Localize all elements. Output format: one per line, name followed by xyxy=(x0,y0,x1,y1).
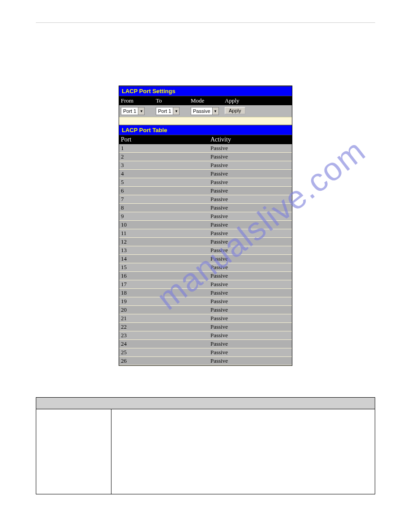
cell-port: 19 xyxy=(119,298,209,305)
cell-port: 26 xyxy=(119,357,209,365)
table-row: 26Passive xyxy=(119,357,292,365)
settings-controls-row: Port 1 ▼ Port 1 ▼ Passive ▼ Apply xyxy=(119,105,292,117)
cell-port: 23 xyxy=(119,332,209,339)
to-port-select[interactable]: Port 1 ▼ xyxy=(156,107,180,115)
description-cell-left xyxy=(36,409,111,494)
cell-port: 4 xyxy=(119,170,209,177)
cell-port: 10 xyxy=(119,221,209,228)
table-row: 17Passive xyxy=(119,280,292,289)
cell-port: 8 xyxy=(119,204,209,211)
table-row: 18Passive xyxy=(119,289,292,297)
description-cell-right xyxy=(111,409,375,494)
cell-activity: Passive xyxy=(209,289,292,296)
cell-activity: Passive xyxy=(209,238,292,245)
cell-activity: Passive xyxy=(209,204,292,211)
col-header-from: From xyxy=(119,96,154,105)
table-row: 19Passive xyxy=(119,297,292,306)
table-row: 16Passive xyxy=(119,272,292,280)
table-row: 10Passive xyxy=(119,221,292,229)
cell-port: 24 xyxy=(119,340,209,348)
table-row: 23Passive xyxy=(119,331,292,340)
from-port-select[interactable]: Port 1 ▼ xyxy=(121,107,145,115)
cell-activity: Passive xyxy=(209,179,292,186)
cell-port: 1 xyxy=(119,145,209,152)
mode-select[interactable]: Passive ▼ xyxy=(191,107,219,115)
cell-activity: Passive xyxy=(209,332,292,339)
cell-activity: Passive xyxy=(209,162,292,169)
col-header-apply: Apply xyxy=(223,96,292,105)
cell-port: 12 xyxy=(119,238,209,245)
description-table-header xyxy=(36,398,375,409)
table-row: 5Passive xyxy=(119,178,292,187)
mode-value: Passive xyxy=(191,108,212,114)
port-table-header: Port Activity xyxy=(119,135,292,144)
cell-activity: Passive xyxy=(209,187,292,194)
col-header-to: To xyxy=(154,96,189,105)
cell-activity: Passive xyxy=(209,323,292,330)
col-header-mode: Mode xyxy=(189,96,223,105)
cell-activity: Passive xyxy=(209,153,292,160)
table-row: 1Passive xyxy=(119,144,292,153)
table-row: 11Passive xyxy=(119,229,292,238)
cell-activity: Passive xyxy=(209,264,292,271)
cell-port: 22 xyxy=(119,323,209,330)
cell-activity: Passive xyxy=(209,247,292,254)
cell-port: 7 xyxy=(119,196,209,203)
cell-port: 3 xyxy=(119,162,209,169)
cell-activity: Passive xyxy=(209,221,292,228)
table-row: 13Passive xyxy=(119,246,292,255)
cell-port: 21 xyxy=(119,315,209,322)
cell-port: 2 xyxy=(119,153,209,160)
cell-activity: Passive xyxy=(209,213,292,220)
cell-activity: Passive xyxy=(209,349,292,356)
table-row: 8Passive xyxy=(119,204,292,212)
table-row: 3Passive xyxy=(119,161,292,170)
table-row: 6Passive xyxy=(119,187,292,195)
cell-activity: Passive xyxy=(209,272,292,279)
settings-title: LACP Port Settings xyxy=(119,86,292,96)
chevron-down-icon: ▼ xyxy=(138,107,144,115)
to-port-value: Port 1 xyxy=(156,108,173,114)
apply-button[interactable]: Apply xyxy=(225,107,245,114)
cell-port: 20 xyxy=(119,306,209,313)
cell-activity: Passive xyxy=(209,196,292,203)
table-row: 15Passive xyxy=(119,263,292,272)
description-table xyxy=(36,397,375,494)
table-row: 2Passive xyxy=(119,153,292,161)
cell-activity: Passive xyxy=(209,298,292,305)
table-row: 14Passive xyxy=(119,255,292,263)
cell-port: 5 xyxy=(119,179,209,186)
cell-activity: Passive xyxy=(209,281,292,288)
chevron-down-icon: ▼ xyxy=(212,107,218,115)
cell-activity: Passive xyxy=(209,340,292,348)
cell-activity: Passive xyxy=(209,170,292,177)
settings-column-header: From To Mode Apply xyxy=(119,96,292,105)
th-port: Port xyxy=(119,135,209,144)
lacp-panel: LACP Port Settings From To Mode Apply Po… xyxy=(119,86,292,366)
page-divider xyxy=(36,22,375,23)
table-row: 25Passive xyxy=(119,348,292,357)
cell-port: 16 xyxy=(119,272,209,279)
cell-activity: Passive xyxy=(209,230,292,237)
cell-activity: Passive xyxy=(209,145,292,152)
cell-activity: Passive xyxy=(209,306,292,313)
port-table-body: 1Passive2Passive3Passive4Passive5Passive… xyxy=(119,144,292,365)
cell-port: 6 xyxy=(119,187,209,194)
cell-port: 17 xyxy=(119,281,209,288)
cell-port: 25 xyxy=(119,349,209,356)
from-port-value: Port 1 xyxy=(121,108,138,114)
cell-port: 11 xyxy=(119,230,209,237)
table-row: 22Passive xyxy=(119,323,292,331)
chevron-down-icon: ▼ xyxy=(173,107,179,115)
cell-activity: Passive xyxy=(209,255,292,262)
cell-port: 13 xyxy=(119,247,209,254)
table-row: 12Passive xyxy=(119,238,292,246)
cell-port: 14 xyxy=(119,255,209,262)
table-row: 9Passive xyxy=(119,212,292,221)
table-row: 20Passive xyxy=(119,306,292,314)
cell-port: 18 xyxy=(119,289,209,296)
cell-activity: Passive xyxy=(209,315,292,322)
section-spacer xyxy=(119,117,292,125)
table-row: 4Passive xyxy=(119,170,292,178)
table-row: 7Passive xyxy=(119,195,292,204)
